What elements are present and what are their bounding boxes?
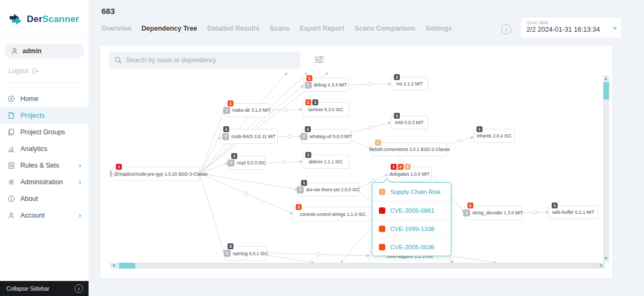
graph-node-webidl-conversions[interactable]: 1webidl-conversions 3.0.1 BSD-2-Clause	[372, 142, 447, 156]
graph-node-npmlog[interactable]: 3Tnpmlog 5.0.1 ISC	[224, 246, 267, 261]
graph-node-inherits[interactable]: 1inherits 2.0.4 ISC	[473, 129, 515, 143]
rules-icon	[8, 162, 15, 169]
issue-count-badge: 1	[552, 203, 558, 208]
package-icon: T	[222, 133, 229, 140]
projects-icon	[8, 112, 15, 119]
sidebar-item-projects[interactable]: Projects	[0, 107, 89, 124]
graph-node-safe-buffer[interactable]: 1safe-buffer 5.2.1 MIT	[548, 205, 598, 219]
node-badges: 1	[394, 74, 400, 80]
popup-item-cve-2005-0036[interactable]: CVE-2005-0036	[372, 237, 451, 256]
tab-scans-comparison[interactable]: Scans Comparison	[355, 25, 415, 32]
tab-scans[interactable]: Scans	[269, 25, 289, 32]
brand-arrow-icon	[9, 13, 23, 26]
issue-count-badge: 1	[394, 113, 400, 119]
sidebar-item-account[interactable]: Account›	[0, 207, 89, 223]
node-label: make-dir 3.1.0 MIT	[232, 107, 270, 113]
sidebar-item-administration[interactable]: Administration›	[0, 174, 89, 190]
node-badges: 1	[305, 152, 311, 158]
node-label: node-fetch 2.6.11 MIT	[231, 134, 276, 139]
node-badges: 1	[231, 153, 237, 159]
graph-node-nopt[interactable]: 1Tnopt 5.0.0 ISC	[228, 156, 266, 170]
issue-count-badge: 1	[296, 204, 302, 210]
popup-item-label: CVE-2005-0036	[390, 244, 434, 250]
sidebar-item-analytics[interactable]: Analytics	[0, 140, 89, 157]
sidebar-item-rules-sets[interactable]: Rules & Sets›	[0, 157, 89, 174]
sidebar: DerScanner admin Logout HomeProjectsProj…	[0, 0, 89, 296]
node-badges: 1	[116, 164, 122, 170]
popup-item-label: CVE-2005-0861	[390, 207, 434, 214]
graph-node-ms[interactable]: 1ms 2.1.2 MIT	[391, 77, 428, 91]
issue-count-badge: 1	[305, 152, 311, 158]
issue-count-badge: 1	[116, 164, 122, 170]
graph-node-tr46[interactable]: 1tr46 0.0.3 MIT	[391, 115, 428, 129]
severity-color-icon	[379, 226, 385, 232]
issue-count-badge: 1	[305, 99, 311, 105]
user-menu[interactable]: admin	[4, 44, 84, 59]
scan-date-value: 2/2 2024-01-31 16:13:34	[526, 26, 608, 33]
issue-count-badge: 1	[391, 164, 397, 170]
scan-date-label: Scan date	[526, 20, 608, 25]
issue-count-badge: 2	[398, 164, 404, 170]
graph-node-are-we-there-yet[interactable]: 1Tare-we-there-yet 2.0.0 ISC	[298, 183, 359, 197]
node-label: webidl-conversions 3.0.1 BSD-2-Clause	[369, 147, 450, 152]
filter-sliders-icon[interactable]	[314, 55, 325, 64]
scroll-left-icon[interactable]	[112, 264, 115, 267]
node-label: ms 2.1.2 MIT	[396, 81, 423, 86]
graph-node-abbrev[interactable]: 1abbrev 1.1.1 ISC	[302, 155, 349, 169]
popup-item-supply-chain-risk[interactable]: Supply Chain Risk	[372, 183, 451, 201]
info-icon[interactable]: i	[501, 24, 511, 34]
package-icon: T	[110, 170, 112, 177]
horizontal-scrollbar[interactable]	[110, 263, 605, 269]
graph-node-semver[interactable]: 11semver 6.3.0 ISC	[302, 102, 349, 117]
vertical-scrollbar[interactable]	[603, 75, 609, 262]
node-badges: 1	[296, 204, 302, 210]
issue-count-badge: 1	[305, 126, 311, 132]
horizontal-scroll-thumb[interactable]	[119, 263, 135, 269]
popup-item-cve-2005-0861[interactable]: CVE-2005-0861	[372, 201, 451, 219]
scroll-up-icon[interactable]	[604, 77, 608, 80]
package-icon: T	[301, 133, 308, 140]
graph-node-make-dir[interactable]: 1Tmake-dir 3.1.0 MIT	[224, 103, 269, 117]
search-icon	[114, 56, 122, 64]
page-title: 683	[101, 6, 115, 16]
issue-count-badge: 1	[375, 140, 381, 146]
collapse-sidebar-button[interactable]: Collapse Sidebar ‹	[0, 281, 89, 296]
graph-node-string_decoder[interactable]: 1Tstring_decoder 1.3.0 MIT	[464, 205, 522, 220]
dependency-graph: 1Tdebug 4.3.4 MIT1ms 2.1.2 MIT1Tmake-dir…	[110, 73, 609, 263]
sidebar-item-home[interactable]: Home	[0, 90, 89, 107]
sidebar-item-label: Analytics	[20, 145, 81, 153]
scan-date-select[interactable]: Scan date 2/2 2024-01-31 16:13:34 ˅	[521, 18, 621, 38]
scroll-down-icon[interactable]	[604, 257, 608, 260]
search-input[interactable]	[126, 56, 295, 64]
gear-icon	[8, 178, 15, 186]
tab-overview[interactable]: Overview	[101, 25, 131, 32]
package-icon: T	[228, 160, 235, 167]
brand-logo[interactable]: DerScanner	[0, 0, 89, 37]
graph-node-whatwg-url[interactable]: 1Twhatwg-url 5.0.0 MIT	[302, 129, 351, 144]
graph-node-node-fetch[interactable]: 1Tnode-fetch 2.6.11 MIT	[220, 129, 278, 144]
tab-detailed-results[interactable]: Detailed Results	[207, 25, 259, 32]
issue-count-badge: 1	[394, 74, 400, 80]
graph-node-mapbox-node-pre-gyp[interactable]: 1T@mapbox/node-pre-gyp 1.0.10 BSD-3-Clau…	[113, 167, 200, 181]
sidebar-divider	[4, 82, 84, 83]
graph-node-debug[interactable]: 1Tdebug 4.3.4 MIT	[303, 78, 348, 92]
tab-settings[interactable]: Settings	[426, 25, 452, 32]
sidebar-nav: HomeProjectsProject GroupsAnalyticsRules…	[0, 90, 89, 223]
tab-dependency-tree[interactable]: Dependency Tree	[142, 25, 197, 32]
scroll-right-icon[interactable]	[600, 264, 603, 267]
node-label: whatwg-url 5.0.0 MIT	[310, 134, 352, 139]
sidebar-item-about[interactable]: About	[0, 190, 89, 207]
collapse-sidebar-label: Collapse Sidebar	[6, 285, 49, 292]
severity-color-icon	[379, 189, 385, 195]
logout-button[interactable]: Logout	[0, 59, 89, 82]
chevron-right-icon: ›	[79, 178, 81, 186]
brand-name: DerScanner	[27, 14, 79, 25]
graph-node-console-control-strings[interactable]: 1console-control-strings 1.1.0 ISC	[292, 207, 373, 221]
vertical-scroll-thumb[interactable]	[603, 82, 609, 99]
popup-item-cve-1999-1338[interactable]: CVE-1999-1338	[372, 219, 451, 237]
tab-export-report[interactable]: Export Report	[299, 25, 344, 32]
search-box	[109, 52, 300, 69]
graph-node-delegates[interactable]: 121delegates 1.0.0 MIT	[387, 167, 431, 182]
project-groups-icon	[8, 128, 15, 136]
sidebar-item-project-groups[interactable]: Project Groups	[0, 124, 89, 140]
